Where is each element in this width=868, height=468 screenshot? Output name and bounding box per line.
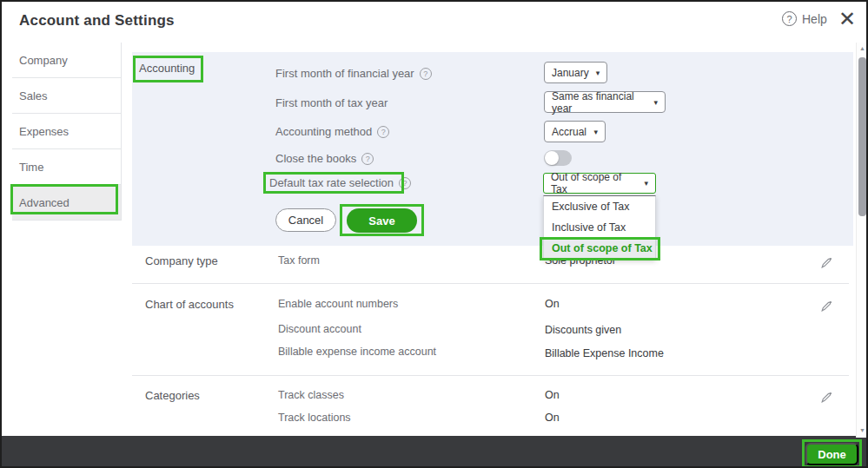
section-chart-of-accounts: Chart of accounts [145,298,234,311]
sidebar-item-sales[interactable]: Sales [12,78,121,114]
edit-pencil-icon[interactable] [819,256,833,270]
help-circle-icon[interactable]: ? [377,126,389,138]
scroll-down-icon[interactable]: ▼ [858,427,866,433]
settings-sidebar: Company Sales Expenses Time Advanced [12,43,122,221]
menu-item-inclusive[interactable]: Inclusive of Tax [544,217,655,238]
close-books-toggle[interactable] [544,150,572,166]
scrollbar-thumb[interactable] [858,57,866,216]
billable-expense-label: Billable expense income account [278,346,436,358]
done-button[interactable]: Done [805,443,858,465]
cancel-button[interactable]: Cancel [275,208,336,232]
chevron-down-icon: ▾ [593,128,598,136]
track-classes-value: On [545,389,560,401]
sidebar-item-time[interactable]: Time [12,149,121,185]
enable-account-numbers-value: On [545,298,560,310]
accounting-method-select[interactable]: Accrual▾ [544,121,606,142]
chevron-down-icon: ▾ [596,69,600,77]
default-tax-rate-label: Default tax rate selection ? [269,176,411,189]
billable-expense-value: Billable Expense Income [545,347,664,359]
track-locations-value: On [545,412,560,424]
sidebar-item-company[interactable]: Company [12,43,121,78]
accounting-method-label: Accounting method ? [275,125,389,138]
chevron-down-icon: ▾ [653,98,658,107]
default-tax-rate-select[interactable]: Out of scope of Tax▾ [543,173,656,194]
accounting-section-label: Accounting [139,62,195,75]
tax-form-label: Tax form [278,254,320,267]
save-button[interactable]: Save [347,208,417,233]
sidebar-item-expenses[interactable]: Expenses [12,114,121,149]
menu-item-out-of-scope[interactable]: Out of scope of Tax [544,238,655,259]
financial-year-label: First month of financial year ? [275,67,432,80]
close-icon[interactable]: ✕ [838,7,856,31]
track-locations-label: Track locations [278,412,351,424]
tax-year-select[interactable]: Same as financial year▾ [544,91,666,113]
sidebar-item-advanced[interactable]: Advanced [12,185,121,221]
edit-pencil-icon[interactable] [819,391,833,405]
discount-account-label: Discount account [278,323,361,335]
help-circle-icon[interactable]: ? [420,68,432,80]
financial-year-select[interactable]: January▾ [544,62,607,83]
divider [132,283,849,284]
help-circle-icon[interactable]: ? [361,153,374,165]
toggle-knob [545,151,559,165]
tax-year-label: First month of tax year [275,96,388,109]
divider [132,375,849,376]
menu-item-exclusive[interactable]: Exclusive of Tax [544,196,655,217]
footer-bar [2,436,866,466]
edit-pencil-icon[interactable] [819,300,833,313]
discount-account-value: Discounts given [545,324,621,336]
help-circle-icon[interactable]: ? [399,177,411,189]
help-button[interactable]: ? Help [782,11,827,26]
accounting-edit-panel [132,52,853,246]
chevron-down-icon: ▾ [644,179,648,188]
track-classes-label: Track classes [278,389,344,401]
section-company-type: Company type [145,254,218,267]
page-title: Account and Settings [19,12,175,30]
scrollbar[interactable]: ▲ ▼ [856,43,867,438]
section-categories: Categories [145,389,200,402]
help-question-icon: ? [782,11,797,26]
close-books-label: Close the books ? [275,152,374,165]
scroll-up-icon[interactable]: ▲ [858,45,866,51]
account-settings-dialog: Account and Settings ? Help ✕ Company Sa… [0,0,868,468]
enable-account-numbers-label: Enable account numbers [278,298,398,310]
tax-rate-dropdown-menu: Exclusive of Tax Inclusive of Tax Out of… [543,195,656,260]
help-label: Help [802,12,827,26]
